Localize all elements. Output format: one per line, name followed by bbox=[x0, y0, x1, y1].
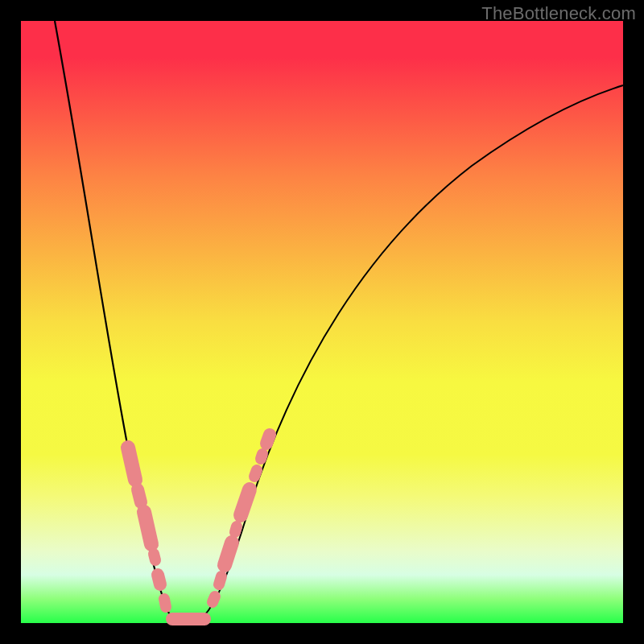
marker-pill bbox=[254, 470, 257, 477]
curve-left-arm bbox=[55, 21, 180, 621]
chart-svg bbox=[21, 21, 623, 623]
marker-group bbox=[128, 435, 270, 619]
curve-right-arm bbox=[196, 85, 623, 621]
marker-pill bbox=[164, 599, 166, 607]
curve-group bbox=[55, 21, 623, 621]
marker-pill bbox=[138, 489, 141, 502]
marker-pill bbox=[235, 526, 237, 532]
marker-pill bbox=[128, 448, 135, 480]
marker-pill bbox=[225, 543, 232, 565]
marker-pill bbox=[261, 454, 262, 459]
marker-pill bbox=[154, 554, 155, 560]
marker-pill bbox=[266, 435, 270, 444]
marker-pill bbox=[144, 512, 151, 544]
marker-pill bbox=[158, 575, 160, 584]
marker-pill bbox=[219, 576, 221, 584]
marker-pill bbox=[241, 489, 250, 515]
marker-pill bbox=[213, 597, 215, 602]
